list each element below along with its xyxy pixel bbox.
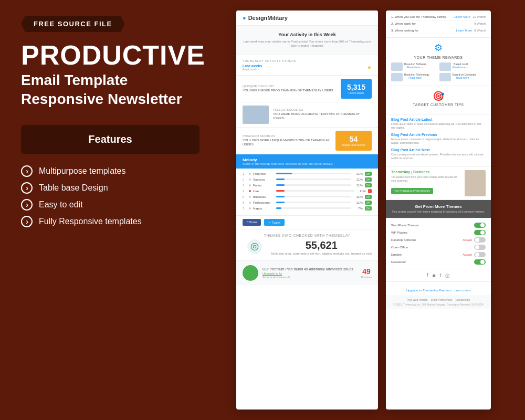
feature-label: Fully Responsive templates [39,217,142,226]
twitter-icon[interactable]: t [440,272,442,278]
premium-section: Our Premium Plan found 49 additional adv… [236,261,378,285]
toggle-on[interactable] [474,223,486,228]
try-button[interactable]: TRY THEMESLAY BUSINESS [391,188,433,194]
bullet-icon [21,216,33,227]
toggle-label: WP Plugins [391,231,407,234]
watch-btn: 11 Watch [472,15,486,18]
prog-bar-container [276,207,351,209]
reward-image [439,62,451,71]
premium-num: 49 [361,267,372,276]
blog-section: Blog Post Article Latest Lorem ipsum dol… [386,114,491,167]
prog-badge: ! [368,189,372,193]
toggles-section: WordPress Themes WP Plugins Desktop Soft… [386,218,491,269]
stat-row-2: PRAESENT MAXIMUS YOU USED MORE UNIQUE MA… [236,128,378,154]
social-section: f ■ t ◎ [386,269,491,282]
share-button[interactable]: f Share [243,219,261,226]
prog-bar [276,196,285,197]
rewards-section: ⚙ YOUR THEME REWARDS Based on Software R… [386,38,491,86]
themes-icon [247,239,262,254]
facebook-icon[interactable]: f [427,272,428,278]
prog-pct: 7% [353,207,363,210]
prog-badge: OK [365,172,372,176]
target-section: 🎯 TARGET CUSTOMER TIPS [386,86,491,114]
bullet-icon [21,165,33,177]
premium-label: Premium [361,276,372,279]
toggle-on[interactable] [474,259,486,265]
stat1-desc: YOU WERE MORE PROD THAN 86% OF THEMESLAY… [243,89,337,93]
instagram2-icon[interactable]: ◎ [445,272,450,278]
blog-link[interactable]: Blog Post Article Latest [391,118,486,121]
footer-link[interactable]: Unsubscribe [456,298,470,301]
reward-link[interactable]: Read more → [404,66,426,69]
toggle-activate-label: Activate [463,238,472,242]
target-title: TARGET CUSTOMER TIPS [391,103,486,107]
list-item: Based on Computer Read more → [439,73,486,81]
table-row: 1. When you use the Themeslay setting Le… [391,14,486,20]
stat2-desc: YOU USED MORE UNIQUE MAXIBUS 78% OF THEM… [243,139,331,147]
footer-link[interactable]: Email Preferences [431,298,453,301]
hero-title: Your Activity in this Week [243,32,372,37]
instagram-icon[interactable]: ■ [432,272,435,278]
prog-pct: 11% [353,184,363,187]
footer-link[interactable]: Free Web Version [407,298,428,301]
prog-bar [276,184,285,186]
blog-text: Cras consequat erat sed aliquet posuere.… [391,153,486,160]
features-title: Features [32,130,189,149]
prog-dot [249,207,251,209]
reward-link[interactable]: Read more → [453,66,469,69]
reward-link[interactable]: Read more → [453,76,476,79]
prog-dot [249,178,251,181]
list-item: Blog Post Article Next Cras consequat er… [391,148,486,160]
tweet-button[interactable]: ✓ Tweet [264,219,285,226]
list-item: Based on AI Read more → [439,62,486,71]
toggle-off[interactable] [474,252,486,257]
learn-link[interactable]: Learn More [456,29,472,32]
right-email-panel: 1. When you use the Themeslay setting Le… [386,10,491,410]
prog-bar-container [276,196,351,197]
themes-title: THEMES INFO CHECKED WITH THEMESLAY [243,234,372,237]
reward-link[interactable]: Read more → [404,76,429,79]
progress-row: 3 Focus 11% OK [243,183,372,187]
prog-bar [276,178,285,180]
toggle-label: Newsletter [391,260,406,264]
preview-area: ● DesignMilitary Your Activity in this W… [231,0,525,420]
blog-link[interactable]: Blog Post Article Next [391,148,486,152]
prog-name: Focus [253,184,274,187]
toggle-on[interactable] [474,230,486,235]
rewards-grid: Based on Software Read more → Based on A… [391,62,486,81]
list-item: Easy to edit [21,199,231,211]
progress-section: 1 Progress 21% OK 2 Success 11 [236,169,378,216]
themes-desc: Nulla nisl arcu, commodo a elit non, sag… [271,251,372,256]
prog-bar [276,207,281,209]
prog-badge: OK [365,195,372,199]
get-themes-sub: Fully protect yourself from theme design… [391,210,486,214]
feature-label: Easy to edit [39,200,83,209]
prog-dot [249,184,251,186]
prog-badge: OK [365,177,372,182]
toggle-off[interactable] [474,245,486,250]
toggle-label: Emailer [391,253,402,256]
image-stat-row: PELLENTESQUE EU YOU WERE MORE ACCURATE T… [236,102,378,128]
get-themes-title: Get From More Themes [391,204,486,209]
upgrade-section: Upgrade to Themeslay Premium Learn more [386,282,491,296]
premium-icon [243,265,258,281]
svg-point-0 [251,243,258,250]
prog-bar-container [276,184,351,186]
prog-pct: 11% [356,190,366,193]
svg-point-1 [254,245,256,248]
prog-dot [249,173,251,175]
melody-sub: Some of the melody that were detected in… [243,162,372,165]
blog-link[interactable]: Blog Post Article Previous [391,133,486,136]
learn-link[interactable]: Learn More [454,15,470,18]
row-text: 2. When apply for [391,22,416,25]
feature-label: Table base Design [39,183,108,193]
upgrade-link[interactable]: Upgrade to Themeslay Premium Learn more [406,289,471,292]
stat1-sub: Lorem ipsum [347,91,365,94]
progress-row: 5 Business 11% OK [243,195,372,199]
toggle-off[interactable] [474,237,486,243]
business-info: Themeslay | Business Top-quality work fr… [391,170,461,196]
share-row: f Share ✓ Tweet [236,216,378,229]
list-item: Blog Post Article Previous Nam ne ipsum,… [391,133,486,145]
target-icon: 🎯 [391,90,486,102]
stat1-label: QUISQUE TINCDUNT [243,85,337,88]
